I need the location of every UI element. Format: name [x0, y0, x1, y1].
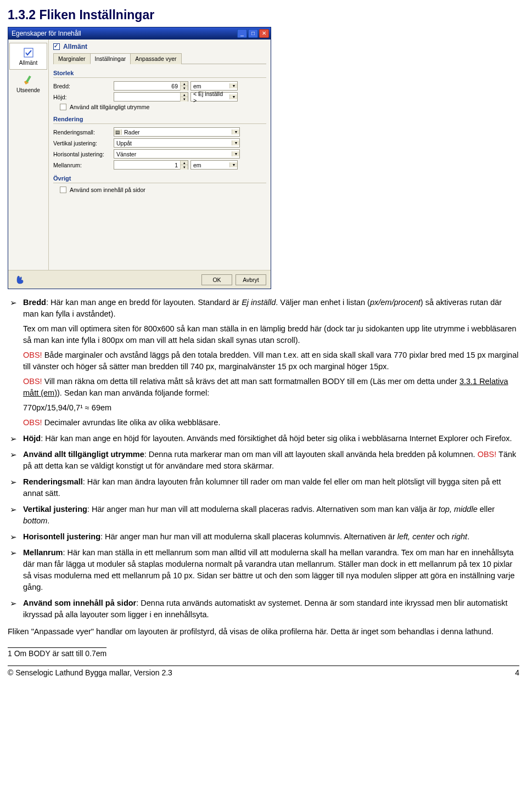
- hojd-label: Höjd:: [53, 94, 114, 100]
- bredd-input[interactable]: 69 ▴▾: [114, 81, 188, 91]
- bullet-lead: Bredd: [23, 298, 46, 307]
- bullet-horis: Horisontell justering: Här anger man hur…: [10, 531, 519, 543]
- list-icon: ▤: [114, 129, 122, 135]
- mellanrum-unit-value: em: [191, 162, 229, 168]
- chevron-down-icon: ▾: [232, 140, 239, 145]
- svg-rect-0: [24, 48, 33, 57]
- bullet-allt: Använd allt tillgängligt utrymme: Denna …: [10, 449, 519, 472]
- footnote: 1 Om BODY är satt till 0.7em: [8, 649, 519, 658]
- vertikal-select[interactable]: Uppåt ▾: [114, 138, 240, 148]
- hojd-unit-value: < Ej inställd >: [191, 91, 229, 104]
- mellanrum-input[interactable]: 1 ▴▾: [114, 160, 188, 170]
- bredd-unit-select[interactable]: em ▾: [190, 81, 238, 91]
- group-rendering-title: Rendering: [53, 116, 266, 122]
- appearance-icon: [23, 74, 35, 86]
- bullet-lead: Använd allt tillgängligt utrymme: [23, 450, 144, 459]
- horisontal-label: Horisontal justering:: [53, 151, 114, 157]
- mellanrum-unit-select[interactable]: em ▾: [190, 160, 238, 170]
- panel-header-check-icon: [53, 43, 60, 50]
- bullet-mellan: Mellanrum: Här kan man ställa in ett mel…: [10, 547, 519, 593]
- vertikal-label: Vertikal justering:: [53, 140, 114, 146]
- bredd-p2: Tex om man vill optimera siten för 800x6…: [23, 323, 519, 346]
- sidebar-item-label: Allmänt: [19, 60, 37, 66]
- section-heading: 1.3.2 Fliken Inställningar: [8, 8, 519, 22]
- page-footer-rule: [8, 666, 519, 666]
- ok-button[interactable]: OK: [201, 274, 232, 285]
- panel-title: Allmänt: [63, 43, 87, 50]
- bredd-obs2: OBS! Vill man räkna om detta till relati…: [23, 376, 519, 399]
- mellanrum-spinner[interactable]: ▴▾: [180, 161, 188, 170]
- group-storlek-title: Storlek: [53, 70, 266, 76]
- panel-header: Allmänt: [53, 43, 266, 50]
- bullet-lead: Horisontell justering: [23, 532, 100, 541]
- bredd-value: 69: [114, 83, 180, 89]
- bullet-list: Bredd: Här kan man ange en bredd för lay…: [10, 297, 519, 621]
- window-title: Egenskaper för Innehåll: [12, 30, 236, 37]
- sidebar: Allmänt Utseende: [8, 40, 49, 270]
- renderingsmall-label: Renderingsmall:: [53, 129, 114, 136]
- anvand-som-checkbox[interactable]: [60, 187, 66, 193]
- general-icon: [23, 47, 35, 59]
- bredd-label: Bredd:: [53, 83, 114, 89]
- vertikal-value: Uppåt: [114, 140, 232, 146]
- anvand-som-label: Använd som innehåll på sidor: [70, 187, 145, 193]
- chevron-down-icon: ▾: [232, 129, 239, 134]
- tab-row: Marginaler Inställningar Anpassade vyer: [53, 53, 266, 64]
- bullet-rendmall: Renderingsmall: Här kan man ändra layout…: [10, 476, 519, 499]
- renderingsmall-value: Rader: [122, 129, 232, 136]
- bredd-formula: 770px/15,94/0,7¹ ≈ 69em: [23, 402, 519, 414]
- minimize-button[interactable]: _: [237, 29, 247, 38]
- page-number: 4: [515, 668, 519, 677]
- page-footer: © Senselogic Lathund Bygga mallar, Versi…: [8, 668, 519, 677]
- footnote-rule: [8, 647, 106, 648]
- use-all-space-checkbox[interactable]: [60, 104, 66, 110]
- tab-marginaler[interactable]: Marginaler: [53, 53, 91, 64]
- hojd-input[interactable]: ▴▾: [114, 92, 188, 101]
- bullet-lead: Renderingsmall: [23, 477, 83, 486]
- panel: Allmänt Marginaler Inställningar Anpassa…: [49, 40, 271, 270]
- bullet-hojd: Höjd: Här kan man ange en höjd för layou…: [10, 433, 519, 444]
- bullet-lead: Höjd: [23, 434, 41, 443]
- window-footer: OK Avbryt: [8, 270, 271, 289]
- horisontal-select[interactable]: Vänster ▾: [114, 149, 240, 159]
- bullet-anvsom: Använd som innehåll på sidor: Denna ruta…: [10, 597, 519, 621]
- horisontal-value: Vänster: [114, 151, 232, 157]
- bredd-spinner[interactable]: ▴▾: [180, 82, 188, 91]
- tab-anpassade-vyer[interactable]: Anpassade vyer: [130, 53, 181, 64]
- sidebar-item-allmant[interactable]: Allmänt: [9, 43, 47, 70]
- mellanrum-label: Mellanrum:: [53, 162, 114, 168]
- bullet-bredd: Bredd: Här kan man ange en bredd för lay…: [10, 297, 519, 428]
- page-footer-left: © Senselogic Lathund Bygga mallar, Versi…: [8, 668, 515, 677]
- use-all-space-label: Använd allt tillgängligt utrymme: [70, 104, 149, 110]
- bullet-vert: Vertikal justering: Här anger man hur ma…: [10, 504, 519, 527]
- hojd-spinner[interactable]: ▴▾: [180, 93, 188, 101]
- bredd-obs3: OBS! Decimaler avrundas lite olika av ol…: [23, 417, 519, 428]
- cancel-button[interactable]: Avbryt: [236, 274, 266, 285]
- properties-window: Egenskaper för Innehåll _ □ ✕ Allmänt Ut…: [8, 27, 271, 289]
- bullet-lead: Mellanrum: [23, 548, 63, 557]
- group-ovrigt-title: Övrigt: [53, 175, 266, 182]
- tab-installningar[interactable]: Inställningar: [90, 53, 131, 64]
- maximize-button[interactable]: □: [248, 29, 258, 38]
- bredd-obs1: OBS! Både marginaler och avstånd läggs p…: [23, 349, 519, 373]
- close-button[interactable]: ✕: [259, 29, 269, 38]
- chevron-down-icon: ▾: [229, 94, 237, 99]
- chevron-down-icon: ▾: [229, 83, 237, 88]
- svg-rect-2: [26, 76, 31, 82]
- sidebar-item-utseende[interactable]: Utseende: [8, 71, 48, 97]
- bredd-unit-value: em: [191, 83, 229, 89]
- chevron-down-icon: ▾: [232, 151, 239, 156]
- mellanrum-value: 1: [114, 162, 180, 168]
- chevron-down-icon: ▾: [229, 162, 237, 167]
- bullet-lead: Använd som innehåll på sidor: [23, 599, 136, 607]
- final-paragraph: Fliken "Anpassade vyer" handlar om layou…: [8, 626, 519, 638]
- renderingsmall-select[interactable]: ▤ Rader ▾: [114, 127, 240, 137]
- bullet-lead: Vertikal justering: [23, 505, 87, 514]
- hojd-unit-select[interactable]: < Ej inställd > ▾: [190, 92, 238, 101]
- sidebar-item-label: Utseende: [16, 87, 40, 93]
- hand-icon: [15, 274, 27, 286]
- titlebar: Egenskaper för Innehåll _ □ ✕: [8, 27, 271, 40]
